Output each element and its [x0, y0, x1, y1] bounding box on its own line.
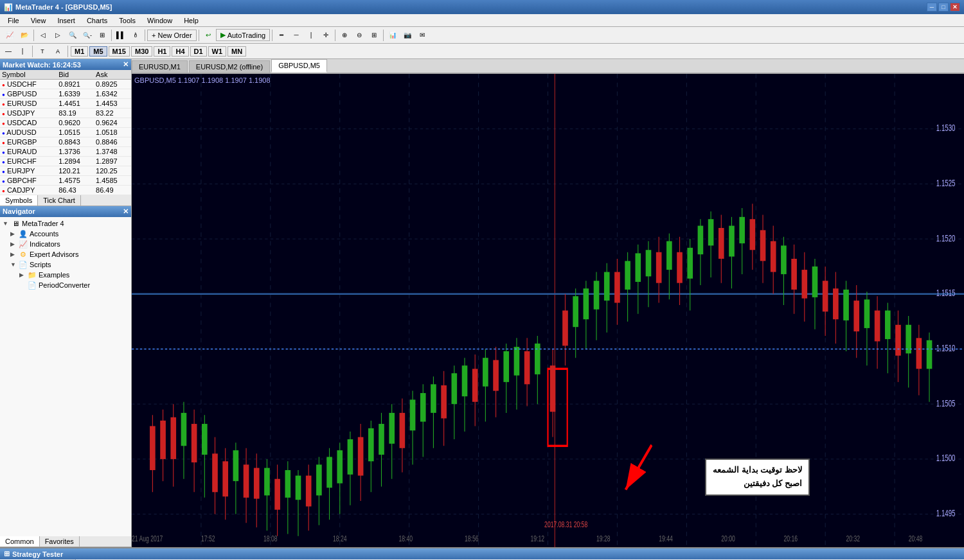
hline-btn[interactable]: ─ — [289, 28, 303, 42]
market-watch-row[interactable]: ● EURAUD 1.3736 1.3748 — [0, 147, 131, 157]
period-m15[interactable]: M15 — [109, 46, 130, 57]
tab-common[interactable]: Common — [0, 536, 40, 547]
svg-rect-57 — [326, 457, 332, 487]
volume-btn[interactable]: 📊 — [386, 28, 400, 42]
vline-btn[interactable]: | — [304, 28, 318, 42]
open-btn[interactable]: 📂 — [17, 28, 31, 42]
nav-close-icon[interactable]: ✕ — [123, 207, 129, 216]
strategy-tester: ⊞ Strategy Tester Settings Journal Exper… — [0, 547, 964, 560]
svg-rect-83 — [462, 365, 468, 396]
back-btn[interactable]: ◁ — [36, 28, 50, 42]
nav-scripts[interactable]: ▼ 📄 Scripts — [1, 259, 130, 270]
line-tool[interactable]: — — [3, 44, 14, 58]
svg-rect-146 — [791, 259, 797, 290]
period-tool3[interactable]: A — [51, 44, 65, 58]
menu-file[interactable]: File — [3, 15, 24, 26]
tab-eurusd-m2[interactable]: EURUSD,M2 (offline) — [189, 60, 270, 73]
mw-close-icon[interactable]: ✕ — [123, 60, 129, 69]
market-watch-row[interactable]: ● AUDUSD 1.0515 1.0518 — [0, 128, 131, 137]
nav-indicators[interactable]: ▶ 📈 Indicators — [1, 239, 130, 249]
nav-period-converter-label: PeriodConverter — [39, 281, 90, 289]
period-mn[interactable]: MN — [228, 46, 246, 57]
menu-insert[interactable]: Insert — [52, 15, 80, 26]
tab-tick-chart[interactable]: Tick Chart — [38, 195, 81, 206]
autotrading-button[interactable]: ▶ AutoTrading — [216, 29, 271, 41]
svg-rect-114 — [625, 261, 630, 290]
svg-rect-77 — [431, 384, 436, 413]
svg-text:20:32: 20:32 — [846, 534, 861, 543]
nav-examples-label: Examples — [39, 271, 69, 279]
period-m30[interactable]: M30 — [131, 46, 152, 57]
person-icon: 👤 — [19, 229, 28, 238]
period-h1[interactable]: H1 — [154, 46, 170, 57]
period-m1[interactable]: M1 — [71, 46, 88, 57]
magnify-btn[interactable]: ⊕ — [337, 28, 352, 42]
nav-examples[interactable]: ▶ 📁 Examples — [1, 270, 130, 280]
svg-rect-87 — [483, 358, 488, 387]
undo-btn[interactable]: ↩ — [201, 28, 215, 42]
market-watch-row[interactable]: ● EURCHF 1.2894 1.2897 — [0, 157, 131, 166]
svg-rect-144 — [781, 245, 787, 274]
grid-btn[interactable]: ⊞ — [367, 28, 381, 42]
market-watch-row[interactable]: ● CADJPY 86.43 86.49 — [0, 186, 131, 195]
tab-favorites[interactable]: Favorites — [40, 536, 80, 547]
svg-rect-108 — [594, 281, 600, 310]
market-watch-row[interactable]: ● EURJPY 120.21 120.25 — [0, 166, 131, 176]
market-watch-row[interactable]: ● EURGBP 0.8843 0.8846 — [0, 137, 131, 147]
menu-window[interactable]: Window — [142, 15, 177, 26]
menu-view[interactable]: View — [26, 15, 51, 26]
tab-symbols[interactable]: Symbols — [0, 195, 38, 206]
market-watch-row[interactable]: ● USDCAD 0.9620 0.9624 — [0, 118, 131, 128]
tab-gbpusd-m5[interactable]: GBPUSD,M5 — [271, 59, 327, 73]
tb-sep5 — [272, 30, 272, 41]
crosshair-btn[interactable]: ✛ — [319, 28, 333, 42]
nav-period-converter[interactable]: ▶ 📄 PeriodConverter — [1, 280, 130, 290]
svg-text:1.1505: 1.1505 — [936, 397, 956, 408]
bar-chart-btn[interactable]: ▌▌ — [114, 28, 128, 42]
svg-rect-126 — [687, 248, 693, 279]
period-minus[interactable]: | — [15, 44, 30, 58]
svg-rect-43 — [254, 468, 260, 499]
period-d1[interactable]: D1 — [190, 46, 207, 57]
menu-tools[interactable]: Tools — [114, 15, 141, 26]
zoom-in-btn[interactable]: 🔍 — [66, 28, 80, 42]
menu-charts[interactable]: Charts — [82, 15, 112, 26]
chart-props-btn[interactable]: ⊞ — [95, 28, 109, 42]
period-h4[interactable]: H4 — [172, 46, 188, 57]
market-watch-row[interactable]: ● GBPUSD 1.6339 1.6342 — [0, 89, 131, 99]
svg-rect-128 — [698, 226, 704, 255]
close-button[interactable]: ✕ — [950, 3, 960, 12]
magnify2-btn[interactable]: ⊖ — [352, 28, 366, 42]
new-order-button[interactable]: + New Order — [147, 30, 197, 41]
forward-btn[interactable]: ▷ — [51, 28, 65, 42]
maximize-button[interactable]: □ — [938, 3, 949, 12]
chart-canvas[interactable]: GBPUSD,M5 1.1907 1.1908 1.1907 1.1908 — [132, 74, 964, 547]
period-w1[interactable]: W1 — [208, 46, 227, 57]
mw-ask: 1.3748 — [94, 147, 131, 157]
svg-rect-152 — [823, 281, 828, 311]
market-watch-row[interactable]: ● EURUSD 1.4451 1.4453 — [0, 99, 131, 109]
menu-help[interactable]: Help — [179, 15, 204, 26]
market-watch-row[interactable]: ● GBPCHF 1.4575 1.4585 — [0, 176, 131, 186]
market-watch-row[interactable]: ● USDJPY 83.19 83.22 — [0, 109, 131, 118]
svg-text:18:56: 18:56 — [465, 534, 479, 543]
tab-eurusd-m1[interactable]: EURUSD,M1 — [132, 60, 188, 73]
new-chart-btn[interactable]: 📈 — [3, 28, 17, 42]
minimize-button[interactable]: ─ — [927, 3, 937, 12]
period-tool2[interactable]: T — [35, 44, 49, 58]
email-btn[interactable]: ✉ — [415, 28, 429, 42]
market-watch-row[interactable]: ● USDCHF 0.8921 0.8925 — [0, 80, 131, 89]
candle-chart-btn[interactable]: 🕯 — [129, 28, 143, 42]
nav-accounts[interactable]: ▶ 👤 Accounts — [1, 229, 130, 239]
screenshot-btn[interactable]: 📷 — [400, 28, 415, 42]
period-m5[interactable]: M5 — [89, 46, 107, 57]
svg-rect-104 — [573, 296, 578, 327]
mw-bid: 86.43 — [57, 186, 94, 195]
nav-metatrader4[interactable]: ▼ 🖥 MetaTrader 4 — [1, 218, 130, 229]
mw-ask: 1.4453 — [94, 99, 131, 109]
expand-icon: ▼ — [3, 220, 10, 227]
line-btn[interactable]: ━ — [274, 28, 289, 42]
svg-rect-160 — [864, 299, 870, 328]
nav-expert-advisors[interactable]: ▶ ⚙ Expert Advisors — [1, 249, 130, 259]
zoom-out-btn[interactable]: 🔍- — [80, 28, 94, 42]
